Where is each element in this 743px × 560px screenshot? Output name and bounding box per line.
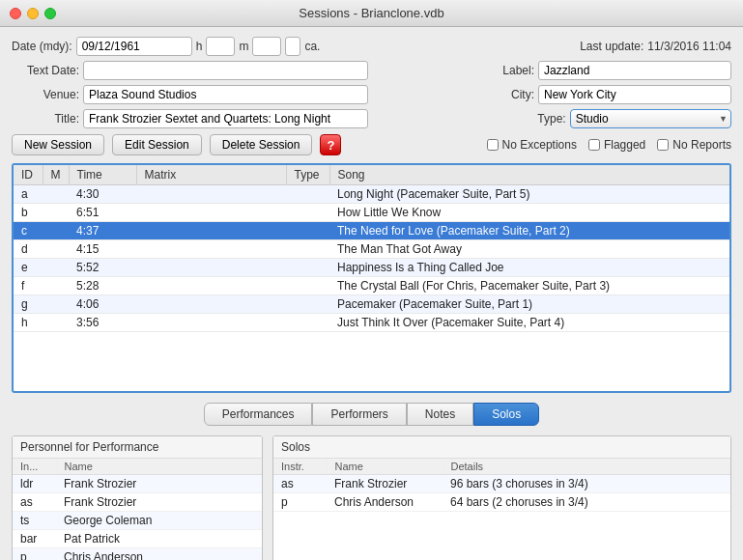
cell-m	[43, 240, 69, 259]
personnel-header-row: In... Name	[13, 459, 262, 475]
table-body: a 4:30 Long Night (Pacemaker Suite, Part…	[14, 185, 729, 332]
main-content: Date (mdy): h m ca. Last update: 11/3/20…	[0, 27, 743, 560]
table-row[interactable]: b 6:51 How Little We Know	[14, 204, 729, 222]
col-header-id: ID	[14, 165, 43, 185]
personnel-cell-name: Frank Strozier	[56, 475, 262, 493]
cell-type	[286, 240, 329, 259]
cell-matrix	[136, 295, 286, 314]
solos-cell-name: Frank Strozier	[327, 475, 443, 493]
cell-song: The Need for Love (Pacemaker Suite, Part…	[329, 222, 729, 240]
solos-col-details: Details	[443, 459, 730, 475]
personnel-panel: Personnel for Performance In... Name ldr…	[12, 435, 263, 560]
cell-type	[286, 259, 329, 277]
table-row[interactable]: c 4:37 The Need for Love (Pacemaker Suit…	[14, 222, 729, 240]
help-button[interactable]: ?	[320, 134, 341, 155]
cell-type	[286, 204, 329, 222]
cell-type	[286, 314, 329, 332]
list-item[interactable]: ts George Coleman	[13, 512, 262, 530]
col-header-type: Type	[286, 165, 329, 185]
list-item[interactable]: ldr Frank Strozier	[13, 475, 262, 493]
table-header-row: ID M Time Matrix Type Song	[14, 165, 729, 185]
solos-col-instr: Instr.	[273, 459, 327, 475]
type-select[interactable]: Studio Live Rehearsal Broadcast	[570, 109, 731, 128]
title-label: Title:	[12, 112, 79, 126]
cell-song: Pacemaker (Pacemaker Suite, Part 1)	[329, 295, 729, 314]
list-item[interactable]: as Frank Strozier	[13, 493, 262, 512]
bottom-section: Personnel for Performance In... Name ldr…	[12, 435, 731, 560]
list-item[interactable]: as Frank Strozier 96 bars (3 choruses in…	[273, 475, 730, 493]
list-item[interactable]: p Chris Anderson	[13, 548, 262, 561]
delete-session-button[interactable]: Delete Session	[210, 134, 313, 155]
title-row: Title: Type: Studio Live Rehearsal Broad…	[12, 109, 731, 128]
cell-m	[43, 222, 69, 240]
col-header-song: Song	[329, 165, 729, 185]
cell-time: 5:52	[69, 259, 136, 277]
cell-id: e	[14, 259, 43, 277]
cell-type	[286, 277, 329, 295]
hour-input[interactable]	[206, 37, 235, 56]
edit-session-button[interactable]: Edit Session	[112, 134, 202, 155]
maximize-button[interactable]	[44, 8, 56, 19]
personnel-title: Personnel for Performance	[13, 436, 262, 459]
cell-m	[43, 295, 69, 314]
cell-time: 4:15	[69, 240, 136, 259]
list-item[interactable]: bar Pat Patrick	[13, 530, 262, 548]
personnel-col-instr: In...	[13, 459, 56, 475]
title-input[interactable]	[83, 109, 368, 128]
minute-input[interactable]	[252, 37, 281, 56]
venue-label: Venue:	[12, 88, 79, 101]
last-update-label: Last update:	[580, 40, 643, 53]
tab-performers[interactable]: Performers	[312, 403, 406, 426]
cell-time: 3:56	[69, 314, 136, 332]
table-row[interactable]: f 5:28 The Crystal Ball (For Chris, Pace…	[14, 277, 729, 295]
tab-solos[interactable]: Solos	[473, 403, 539, 426]
tab-performances[interactable]: Performances	[204, 403, 313, 426]
cell-song: Just Think It Over (Pacemaker Suite, Par…	[329, 314, 729, 332]
venue-input[interactable]	[83, 85, 368, 104]
cell-time: 4:30	[69, 185, 136, 204]
no-reports-checkbox[interactable]: No Reports	[657, 138, 731, 152]
date-label: Date (mdy):	[12, 40, 72, 53]
cell-matrix	[136, 259, 286, 277]
h-label: h	[196, 40, 203, 53]
label-label: Label:	[502, 64, 534, 77]
col-header-matrix: Matrix	[136, 165, 286, 185]
table-row[interactable]: a 4:30 Long Night (Pacemaker Suite, Part…	[14, 185, 729, 204]
buttons-row: New Session Edit Session Delete Session …	[12, 134, 731, 155]
minimize-button[interactable]	[27, 8, 39, 19]
cell-matrix	[136, 204, 286, 222]
label-input[interactable]	[538, 61, 731, 80]
checkboxes-row: No Exceptions Flagged No Reports	[487, 138, 731, 152]
window-title: Sessions - Brianclone.vdb	[299, 6, 443, 20]
cell-time: 5:28	[69, 277, 136, 295]
flagged-checkbox[interactable]: Flagged	[588, 138, 645, 152]
solos-cell-details: 96 bars (3 choruses in 3/4)	[443, 475, 730, 493]
no-exceptions-checkbox[interactable]: No Exceptions	[487, 138, 577, 152]
cell-type	[286, 295, 329, 314]
list-item[interactable]: p Chris Anderson 64 bars (2 choruses in …	[273, 493, 730, 512]
venue-row: Venue: City:	[12, 85, 731, 104]
city-input[interactable]	[538, 85, 731, 104]
table-row[interactable]: h 3:56 Just Think It Over (Pacemaker Sui…	[14, 314, 729, 332]
new-session-button[interactable]: New Session	[12, 134, 104, 155]
extra-input[interactable]	[285, 37, 300, 56]
cell-song: Long Night (Pacemaker Suite, Part 5)	[329, 185, 729, 204]
close-button[interactable]	[10, 8, 21, 19]
personnel-cell-instr: ts	[13, 512, 56, 530]
cell-id: f	[14, 277, 43, 295]
cell-id: h	[14, 314, 43, 332]
tab-notes[interactable]: Notes	[407, 403, 473, 426]
col-header-time: Time	[69, 165, 136, 185]
text-date-row: Text Date: Label:	[12, 61, 731, 80]
cell-song: Happiness Is a Thing Called Joe	[329, 259, 729, 277]
table-row[interactable]: d 4:15 The Man That Got Away	[14, 240, 729, 259]
solos-cell-instr: as	[273, 475, 327, 493]
last-update-value: 11/3/2016 11:04	[647, 40, 731, 53]
personnel-col-name: Name	[56, 459, 262, 475]
personnel-cell-name: George Coleman	[56, 512, 262, 530]
table-row[interactable]: e 5:52 Happiness Is a Thing Called Joe	[14, 259, 729, 277]
table-row[interactable]: g 4:06 Pacemaker (Pacemaker Suite, Part …	[14, 295, 729, 314]
ca-label: ca.	[304, 40, 320, 53]
date-input[interactable]	[76, 37, 192, 56]
text-date-input[interactable]	[83, 61, 368, 80]
